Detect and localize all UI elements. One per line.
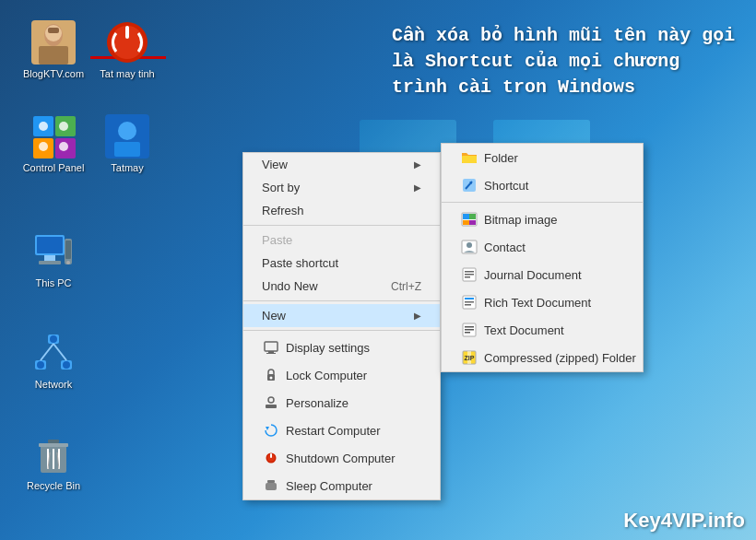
recyclebin-icon-img — [31, 432, 76, 476]
separator-2 — [243, 300, 440, 301]
submenu-sep-1 — [442, 202, 643, 203]
desktop-icon-controlpanel[interactable]: Control Panel — [17, 111, 90, 178]
svg-rect-52 — [267, 480, 275, 483]
svg-rect-74 — [465, 332, 470, 334]
svg-rect-21 — [44, 255, 55, 261]
thispc-label: This PC — [20, 277, 87, 289]
svg-rect-69 — [465, 301, 474, 303]
svg-rect-42 — [266, 353, 276, 354]
svg-rect-50 — [270, 453, 272, 458]
menu-item-sleep[interactable]: Sleep Computer — [243, 472, 440, 499]
svg-rect-68 — [465, 298, 474, 299]
svg-rect-53 — [462, 156, 477, 163]
shutdown-icon — [262, 449, 280, 467]
thispc-icon-img — [31, 229, 76, 274]
svg-point-14 — [39, 142, 48, 151]
view-arrow: ▶ — [414, 159, 421, 170]
svg-rect-70 — [465, 304, 471, 306]
svg-rect-35 — [39, 443, 68, 447]
svg-rect-64 — [465, 271, 474, 273]
svg-rect-73 — [465, 329, 474, 331]
network-label: Network — [20, 379, 87, 391]
menu-item-personalize[interactable]: Personalize — [243, 389, 440, 417]
svg-rect-36 — [48, 440, 59, 443]
svg-rect-41 — [268, 351, 274, 353]
menu-item-refresh[interactable]: Refresh — [243, 199, 440, 222]
svg-rect-18 — [114, 142, 140, 157]
textdoc-icon — [460, 321, 478, 339]
desktop-icon-blogktv[interactable]: BlogKTV.com — [17, 17, 90, 84]
desktop-icon-thispc[interactable]: This PC — [17, 226, 90, 293]
svg-rect-46 — [266, 405, 277, 408]
sort-arrow: ▶ — [414, 182, 421, 193]
svg-point-62 — [467, 242, 472, 248]
menu-item-view[interactable]: View ▶ — [243, 153, 440, 176]
desktop-icon-tatmay[interactable]: Tat may tinh — [90, 17, 164, 84]
menu-item-paste: Paste — [243, 229, 440, 252]
sleep-icon — [262, 476, 280, 495]
network-icon-img — [31, 331, 76, 375]
menu-item-shutdown[interactable]: Shutdown Computer — [243, 444, 440, 472]
undo-shortcut: Ctrl+Z — [391, 280, 421, 293]
menu-item-sort-by[interactable]: Sort by ▶ — [243, 176, 440, 199]
richtext-icon — [460, 293, 478, 311]
recyclebin-label: Recycle Bin — [20, 480, 87, 492]
journal-icon — [460, 265, 478, 284]
display-settings-icon — [262, 338, 280, 357]
desktop-icon-network[interactable]: Network — [17, 327, 90, 394]
tatmay2-label: Tatmay — [94, 162, 160, 174]
svg-text:ZIP: ZIP — [465, 355, 475, 361]
shortcut-icon — [460, 176, 478, 194]
menu-item-restart[interactable]: Restart Computer — [243, 417, 440, 444]
menu-item-undo-new[interactable]: Undo New Ctrl+Z — [243, 275, 440, 298]
new-submenu: Folder Shortcut Bitmap image Contact Jo — [441, 143, 644, 372]
menu-item-lock-computer[interactable]: Lock Computer — [243, 361, 440, 389]
svg-point-29 — [50, 335, 57, 343]
menu-item-display-settings[interactable]: Display settings — [243, 334, 440, 361]
svg-rect-57 — [463, 214, 469, 219]
restart-icon — [262, 421, 280, 440]
personalize-icon — [262, 393, 280, 412]
controlpanel-label: Control Panel — [20, 162, 87, 174]
submenu-compressed[interactable]: ZIP Compressed (zipped) Folder — [442, 344, 643, 371]
blogktv-icon-img — [31, 20, 76, 65]
menu-item-paste-shortcut[interactable]: Paste shortcut — [243, 252, 440, 275]
desktop-icon-recyclebin[interactable]: Recycle Bin — [17, 428, 90, 496]
svg-point-45 — [268, 397, 274, 403]
svg-line-33 — [53, 344, 66, 360]
tatmay2-icon-img — [105, 114, 149, 158]
separator-1 — [243, 225, 440, 226]
svg-point-30 — [37, 361, 44, 369]
svg-rect-24 — [65, 241, 71, 259]
svg-point-12 — [39, 122, 48, 131]
svg-rect-51 — [266, 483, 277, 490]
svg-point-15 — [59, 142, 68, 151]
svg-line-32 — [41, 344, 53, 360]
submenu-shortcut[interactable]: Shortcut — [442, 171, 643, 199]
svg-rect-2 — [39, 46, 68, 65]
svg-rect-60 — [469, 220, 476, 225]
svg-rect-20 — [37, 237, 63, 253]
blogktv-label: BlogKTV.com — [20, 68, 87, 80]
svg-rect-4 — [48, 28, 59, 33]
menu-item-new[interactable]: New ▶ — [243, 304, 440, 327]
submenu-bitmap[interactable]: Bitmap image — [442, 205, 643, 233]
controlpanel-icon-img — [31, 114, 76, 158]
folder-icon — [460, 148, 478, 167]
zip-icon: ZIP — [460, 348, 478, 367]
svg-rect-66 — [465, 276, 470, 278]
submenu-folder[interactable]: Folder — [442, 144, 643, 171]
context-menu: View ▶ Sort by ▶ Refresh Paste Paste sho… — [242, 152, 441, 500]
submenu-rich-text[interactable]: Rich Text Document — [442, 288, 643, 316]
svg-rect-40 — [265, 342, 278, 351]
new-arrow: ▶ — [414, 311, 421, 321]
submenu-contact[interactable]: Contact — [442, 233, 643, 261]
watermark: Key4VIP.info — [623, 509, 745, 533]
tatmay-label: Tat may tinh — [94, 68, 160, 80]
submenu-journal[interactable]: Journal Document — [442, 261, 643, 288]
desktop-icon-tatmay2[interactable]: Tatmay — [90, 111, 164, 178]
submenu-text-doc[interactable]: Text Document — [442, 316, 643, 344]
separator-3 — [243, 330, 440, 331]
svg-rect-72 — [465, 326, 474, 328]
desktop: Cần xóa bỏ hình mũi tên này gọi là Short… — [0, 0, 756, 540]
